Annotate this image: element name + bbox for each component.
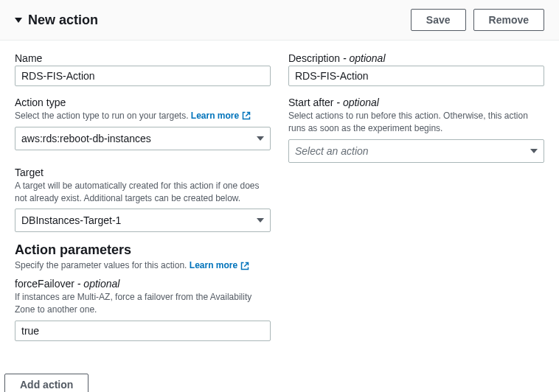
action-parameters-heading: Action parameters xyxy=(15,242,271,258)
save-button[interactable]: Save xyxy=(411,9,466,31)
action-type-label: Action type xyxy=(15,97,271,108)
start-after-field: Start after - optional Select actions to… xyxy=(288,97,544,163)
external-link-icon xyxy=(240,262,249,270)
start-after-desc: Select actions to run before this action… xyxy=(288,110,544,135)
panel-header: New action Save Remove xyxy=(0,0,559,41)
start-after-label: Start after - optional xyxy=(288,97,544,108)
target-select[interactable]: DBInstances-Target-1 xyxy=(15,209,271,232)
description-label-text: Description xyxy=(288,52,340,64)
name-label: Name xyxy=(15,52,271,64)
start-after-label-text: Start after xyxy=(288,97,333,108)
learn-more-text: Learn more xyxy=(191,110,239,122)
force-failover-label-text: forceFailover xyxy=(15,278,74,290)
add-action-button[interactable]: Add action xyxy=(4,374,88,392)
chevron-down-icon xyxy=(530,149,538,153)
params-learn-more-link[interactable]: Learn more xyxy=(190,259,249,272)
target-desc: A target will be automatically created f… xyxy=(15,180,271,205)
name-field: Name xyxy=(15,52,271,86)
caret-down-icon xyxy=(15,18,22,23)
force-failover-label: forceFailover - optional xyxy=(15,278,271,290)
force-failover-optional: - optional xyxy=(74,278,119,290)
action-parameters-section: Action parameters Specify the parameter … xyxy=(15,242,271,340)
action-type-learn-more-link[interactable]: Learn more xyxy=(191,110,251,122)
name-input[interactable] xyxy=(15,66,271,86)
params-desc-text: Specify the parameter values for this ac… xyxy=(15,260,190,270)
learn-more-text: Learn more xyxy=(190,259,237,272)
force-failover-desc: If instances are Multi-AZ, force a failo… xyxy=(15,291,271,316)
force-failover-field: forceFailover - optional If instances ar… xyxy=(15,278,271,341)
header-buttons: Save Remove xyxy=(411,9,544,31)
description-label: Description - optional xyxy=(288,52,544,64)
left-column: Name Action type Select the action type … xyxy=(15,52,271,351)
force-failover-input[interactable] xyxy=(15,321,271,341)
start-after-select[interactable]: Select an action xyxy=(288,139,544,163)
action-type-desc-text: Select the action type to run on your ta… xyxy=(15,111,191,121)
start-after-optional: - optional xyxy=(333,97,378,108)
start-after-placeholder: Select an action xyxy=(295,145,369,157)
action-type-field: Action type Select the action type to ru… xyxy=(15,97,271,150)
panel-title: New action xyxy=(28,13,98,28)
panel-body: Name Action type Select the action type … xyxy=(0,41,559,366)
description-input[interactable] xyxy=(288,66,544,86)
remove-button[interactable]: Remove xyxy=(473,9,544,31)
right-column: Description - optional Start after - opt… xyxy=(288,52,544,351)
action-type-desc: Select the action type to run on your ta… xyxy=(15,110,271,122)
action-type-value: aws:rds:reboot-db-instances xyxy=(21,133,151,144)
action-type-select[interactable]: aws:rds:reboot-db-instances xyxy=(15,127,271,150)
footer: Add action xyxy=(0,366,559,392)
target-value: DBInstances-Target-1 xyxy=(21,214,121,226)
target-label: Target xyxy=(15,167,271,178)
chevron-down-icon xyxy=(257,136,264,141)
chevron-down-icon xyxy=(257,218,264,223)
target-field: Target A target will be automatically cr… xyxy=(15,167,271,233)
description-optional: - optional xyxy=(340,52,385,64)
external-link-icon xyxy=(242,111,251,120)
panel-title-wrap[interactable]: New action xyxy=(15,13,98,28)
action-parameters-desc: Specify the parameter values for this ac… xyxy=(15,259,271,272)
description-field: Description - optional xyxy=(288,52,544,86)
